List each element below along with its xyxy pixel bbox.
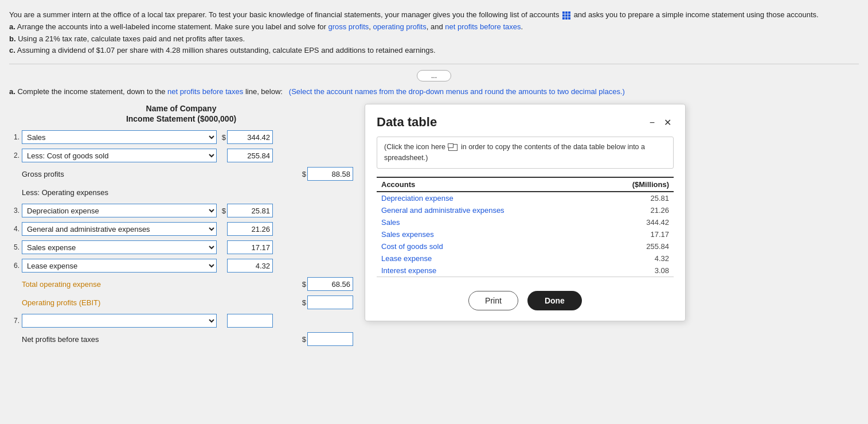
- row-num-2: 2.: [9, 151, 22, 160]
- row-sales: 1. Sales $: [9, 129, 353, 145]
- input-gross-profits[interactable]: [307, 167, 353, 181]
- row-num-5: 5.: [9, 243, 22, 251]
- input-gen-admin[interactable]: [227, 222, 273, 236]
- intro-line4: c. Assuming a dividend of $1.07 per shar…: [9, 46, 436, 55]
- print-button[interactable]: Print: [468, 291, 518, 310]
- table-cell-value: 4.32: [597, 252, 674, 264]
- modal-title: Data table: [377, 115, 437, 130]
- data-table: Accounts ($Millions) Depreciation expens…: [377, 177, 674, 277]
- row-total-opex: Total operating expense $: [9, 276, 353, 292]
- data-table-modal: Data table − ✕ (Click the icon here in o…: [365, 104, 686, 321]
- net-profits-label: Net profits before taxes: [22, 335, 297, 344]
- table-cell-value: 3.08: [597, 264, 674, 277]
- input-ebit[interactable]: [307, 295, 353, 309]
- row-gen-admin: 4. General and administrative expenses: [9, 221, 353, 237]
- row-num-3: 3.: [9, 207, 22, 215]
- row-net-profits: Net profits before taxes $: [9, 331, 353, 347]
- table-cell-value: 344.42: [597, 216, 674, 228]
- intro-section: You are a summer intern at the office of…: [9, 9, 846, 57]
- row-depreciation: 3. Depreciation expense $: [9, 203, 353, 219]
- row-num-7: 7.: [9, 317, 22, 325]
- dollar-totopex: $: [297, 280, 307, 289]
- table-cell-account: Depreciation expense: [377, 192, 597, 204]
- table-cell-value: 25.81: [597, 192, 674, 204]
- dropdown-4[interactable]: General and administrative expenses: [22, 222, 217, 236]
- table-row: Sales expenses17.17: [377, 228, 674, 240]
- row-7: 7. Interest expense: [9, 313, 353, 329]
- input-sales[interactable]: [227, 130, 273, 144]
- table-row: Depreciation expense25.81: [377, 192, 674, 204]
- copy-icon[interactable]: [448, 144, 458, 151]
- dropdown-3[interactable]: Depreciation expense: [22, 204, 217, 217]
- input-net-profits[interactable]: [307, 332, 353, 346]
- table-row: Sales344.42: [377, 216, 674, 228]
- table-cell-account: Sales: [377, 216, 597, 228]
- intro-line1b: and asks you to prepare a simple income …: [574, 10, 819, 19]
- total-opex-label: Total operating expense: [22, 280, 297, 289]
- table-cell-account: General and administrative expenses: [377, 204, 597, 216]
- table-row: General and administrative expenses21.26: [377, 204, 674, 216]
- less-opex-label: Less: Operating expenses: [22, 188, 353, 197]
- main-layout: Name of Company Income Statement ($000,0…: [9, 104, 859, 349]
- statement-title: Income Statement ($000,000): [9, 114, 353, 123]
- income-statement: Name of Company Income Statement ($000,0…: [9, 104, 353, 349]
- done-button[interactable]: Done: [527, 291, 582, 310]
- table-cell-value: 17.17: [597, 228, 674, 240]
- modal-copy-instructions: (Click the icon here in order to copy th…: [377, 137, 674, 169]
- intro-line3: b. Using a 21% tax rate, calculate taxes…: [9, 34, 245, 43]
- col-header-millions: ($Millions): [597, 177, 674, 192]
- dollar-net: $: [297, 335, 307, 344]
- dollar-ebit: $: [297, 298, 307, 307]
- dollar-gp: $: [297, 170, 307, 178]
- copy-text-before: (Click the icon here: [384, 143, 447, 151]
- dropdown-5[interactable]: Sales expense: [22, 240, 217, 254]
- divider-1: [9, 64, 859, 64]
- instructions-text: a. Complete the income statement, down t…: [9, 87, 859, 96]
- modal-controls: − ✕: [647, 117, 674, 128]
- intro-line2: a. Arrange the accounts into a well-labe…: [9, 22, 523, 31]
- modal-footer: Print Done: [377, 291, 674, 310]
- row-gross-profits: Gross profits $: [9, 166, 353, 182]
- row-less-opex-header: Less: Operating expenses: [9, 184, 353, 200]
- input-lease-expense[interactable]: [227, 259, 273, 273]
- row-cogs: 2. Less: Cost of goods sold: [9, 147, 353, 164]
- dropdown-7[interactable]: Interest expense: [22, 314, 217, 328]
- table-cell-account: Interest expense: [377, 264, 597, 277]
- intro-line1: You are a summer intern at the office of…: [9, 10, 561, 19]
- dropdown-6[interactable]: Lease expense: [22, 259, 217, 273]
- row-lease-expense: 6. Lease expense: [9, 258, 353, 274]
- company-name: Name of Company: [9, 104, 353, 113]
- dollar-3: $: [217, 207, 227, 215]
- table-cell-value: 21.26: [597, 204, 674, 216]
- modal-close-button[interactable]: ✕: [662, 117, 674, 128]
- input-7[interactable]: [227, 314, 273, 328]
- input-sales-expense[interactable]: [227, 240, 273, 254]
- row-num-4: 4.: [9, 225, 22, 233]
- dollar-1: $: [217, 133, 227, 142]
- table-row: Interest expense3.08: [377, 264, 674, 277]
- table-cell-account: Sales expenses: [377, 228, 597, 240]
- row-num-1: 1.: [9, 133, 22, 141]
- ebit-label: Operating profits (EBIT): [22, 298, 297, 307]
- row-num-6: 6.: [9, 262, 22, 270]
- dropdown-1[interactable]: Sales: [22, 130, 217, 144]
- grid-icon-container: [561, 10, 574, 19]
- table-row: Cost of goods sold255.84: [377, 240, 674, 252]
- collapse-button[interactable]: ...: [417, 70, 451, 81]
- modal-minimize-button[interactable]: −: [647, 118, 657, 128]
- table-cell-account: Lease expense: [377, 252, 597, 264]
- input-total-opex[interactable]: [307, 277, 353, 291]
- row-sales-expense: 5. Sales expense: [9, 239, 353, 255]
- table-cell-account: Cost of goods sold: [377, 240, 597, 252]
- table-row: Lease expense4.32: [377, 252, 674, 264]
- col-header-accounts: Accounts: [377, 177, 597, 192]
- dropdown-2[interactable]: Less: Cost of goods sold: [22, 149, 217, 162]
- table-cell-value: 255.84: [597, 240, 674, 252]
- modal-header: Data table − ✕: [377, 115, 674, 130]
- gross-profits-label: Gross profits: [22, 170, 297, 178]
- row-ebit: Operating profits (EBIT) $: [9, 294, 353, 310]
- input-cogs[interactable]: [227, 149, 273, 162]
- input-depreciation[interactable]: [227, 204, 273, 217]
